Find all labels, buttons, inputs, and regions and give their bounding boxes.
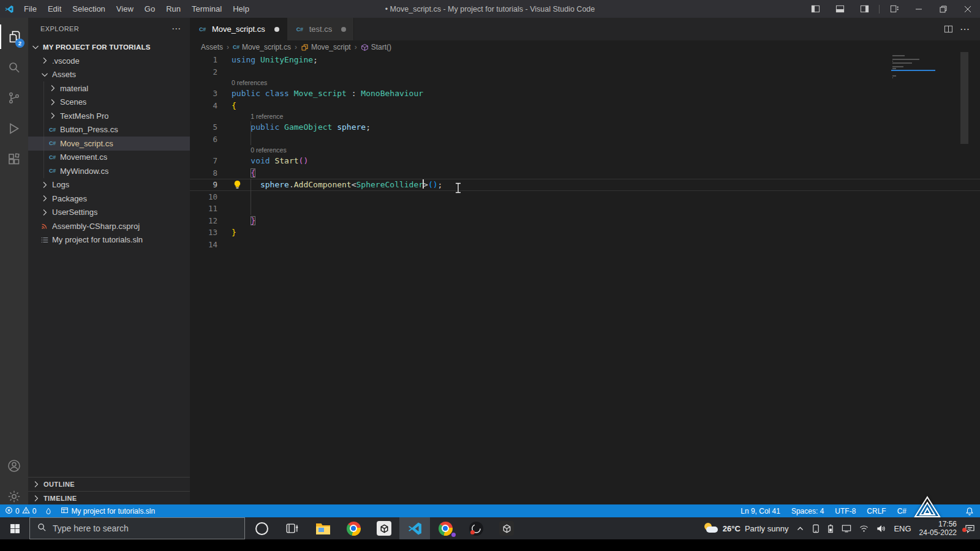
line-number[interactable]: 11 <box>190 203 217 215</box>
menu-file[interactable]: File <box>18 0 42 18</box>
explorer-item[interactable]: Scenes <box>28 96 190 110</box>
keyboard-language[interactable]: ENG <box>894 524 911 533</box>
run-debug-icon[interactable] <box>0 116 28 141</box>
code-line[interactable]: 11 <box>190 203 980 215</box>
line-number[interactable]: 13 <box>190 227 217 239</box>
explorer-item[interactable]: .vscode <box>28 54 190 68</box>
explorer-item[interactable]: UserSettings <box>28 206 190 220</box>
show-hidden-icons-chevron[interactable] <box>796 525 804 533</box>
clock-widget[interactable]: 17:56 24-05-2022 <box>919 520 957 537</box>
outline-section-header[interactable]: OUTLINE <box>28 477 190 491</box>
layout-panel-icon[interactable] <box>827 0 852 18</box>
code-line[interactable]: 5 public GameObject sphere; <box>190 121 980 133</box>
menu-run[interactable]: Run <box>160 0 186 18</box>
explorer-more-actions-icon[interactable]: ⋯ <box>172 23 181 34</box>
notifications-bell-icon[interactable] <box>965 507 974 515</box>
taskbar-search[interactable]: Type here to search <box>29 517 245 539</box>
search-icon[interactable] <box>0 55 28 80</box>
code-line[interactable]: 7 void Start() <box>190 155 980 167</box>
explorer-item[interactable]: C#Move_script.cs <box>28 137 190 151</box>
battery-icon[interactable] <box>827 524 834 533</box>
layout-sidebar-right-icon[interactable] <box>852 0 876 18</box>
encoding-indicator[interactable]: UTF-8 <box>835 507 856 515</box>
modified-dot-icon[interactable] <box>341 27 346 32</box>
line-number[interactable]: 7 <box>190 155 217 167</box>
explorer-item[interactable]: Assembly-CSharp.csproj <box>28 219 190 233</box>
explorer-item[interactable]: Logs <box>28 178 190 192</box>
phone-icon[interactable] <box>812 524 820 533</box>
explorer-item[interactable]: C#Movement.cs <box>28 151 190 165</box>
layout-sidebar-left-icon[interactable] <box>803 0 827 18</box>
account-icon[interactable] <box>0 454 28 478</box>
chrome-profile-icon[interactable] <box>430 517 461 539</box>
editor-scrollbar[interactable] <box>960 52 968 144</box>
volume-icon[interactable] <box>876 525 886 533</box>
chrome-icon[interactable] <box>338 517 369 539</box>
code-line[interactable]: 8 { <box>190 167 980 179</box>
explorer-item[interactable]: C#Button_Press.cs <box>28 123 190 137</box>
code-line[interactable]: 2 <box>190 66 980 78</box>
breadcrumb-item[interactable]: Move_script <box>301 43 351 51</box>
explorer-item[interactable]: TextMesh Pro <box>28 109 190 123</box>
modified-dot-icon[interactable] <box>274 27 279 32</box>
flame-icon[interactable] <box>45 507 52 515</box>
breadcrumb-item[interactable]: Assets <box>201 43 223 51</box>
menu-go[interactable]: Go <box>139 0 160 18</box>
code-line[interactable]: 9 sphere.AddComponent<SphereCollider>(); <box>190 179 980 191</box>
line-number[interactable]: 6 <box>190 133 217 146</box>
start-button[interactable] <box>0 517 29 539</box>
codelens-references[interactable]: 0 references <box>190 78 980 88</box>
obs-icon[interactable] <box>461 517 491 539</box>
breadcrumb-item[interactable]: C#Move_script.cs <box>233 43 291 51</box>
line-number[interactable]: 1 <box>190 54 217 66</box>
line-number[interactable]: 2 <box>190 66 217 78</box>
line-number[interactable]: 9 <box>190 179 217 191</box>
close-button[interactable] <box>956 0 980 18</box>
menu-selection[interactable]: Selection <box>67 0 110 18</box>
explorer-item[interactable]: Packages <box>28 192 190 206</box>
code-editor[interactable]: 1using UnityEngine;20 references3public … <box>190 54 980 250</box>
editor-more-actions-icon[interactable]: ⋯ <box>960 18 970 40</box>
explorer-item[interactable]: C#MyWindow.cs <box>28 164 190 178</box>
line-number[interactable]: 14 <box>190 239 217 251</box>
unity-editor-icon[interactable] <box>491 517 522 539</box>
unity-hub-icon[interactable] <box>369 517 399 539</box>
cursor-position-indicator[interactable]: Ln 9, Col 41 <box>741 507 780 515</box>
code-line[interactable]: 1using UnityEngine; <box>190 54 980 66</box>
code-line[interactable]: 14 <box>190 239 980 251</box>
line-number[interactable]: 5 <box>190 121 217 133</box>
menu-terminal[interactable]: Terminal <box>186 0 227 18</box>
restore-button[interactable] <box>931 0 956 18</box>
file-explorer-icon[interactable] <box>307 517 338 539</box>
code-line[interactable]: 12 } <box>190 215 980 227</box>
codelens-references[interactable]: 1 reference <box>190 111 980 121</box>
tab-move-script-cs[interactable]: C#Move_script.cs <box>190 18 287 40</box>
line-number[interactable]: 10 <box>190 191 217 203</box>
menu-help[interactable]: Help <box>227 0 255 18</box>
timeline-section-header[interactable]: TIMELINE <box>28 491 190 505</box>
source-control-icon[interactable] <box>0 86 28 110</box>
media-app-icon[interactable] <box>277 517 307 539</box>
line-number[interactable]: 3 <box>190 88 217 100</box>
action-center-icon[interactable] <box>965 524 975 533</box>
display-icon[interactable] <box>842 524 851 533</box>
language-mode-indicator[interactable]: C# <box>897 507 907 515</box>
line-number[interactable]: 4 <box>190 100 217 112</box>
network-icon[interactable] <box>859 525 869 533</box>
code-line[interactable]: 3public class Move_script : MonoBehaviou… <box>190 88 980 100</box>
code-line[interactable]: 4{ <box>190 100 980 112</box>
split-editor-icon[interactable] <box>944 18 953 40</box>
code-line[interactable]: 6 <box>190 133 980 146</box>
project-root-folder[interactable]: MY PROJECT FOR TUTORIALS <box>28 40 190 54</box>
solution-indicator[interactable]: My project for tutorials.sln <box>61 506 155 516</box>
menu-view[interactable]: View <box>111 0 139 18</box>
code-line[interactable]: 10 <box>190 191 980 203</box>
problems-indicator[interactable]: 0 0 <box>5 506 36 516</box>
line-number[interactable]: 8 <box>190 167 217 179</box>
explorer-item[interactable]: Assets <box>28 68 190 82</box>
customize-layout-icon[interactable] <box>882 0 907 18</box>
menu-edit[interactable]: Edit <box>42 0 67 18</box>
explorer-item[interactable]: material <box>28 81 190 96</box>
tab-test-cs[interactable]: C#test.cs <box>287 18 355 40</box>
minimize-button[interactable] <box>907 0 931 18</box>
